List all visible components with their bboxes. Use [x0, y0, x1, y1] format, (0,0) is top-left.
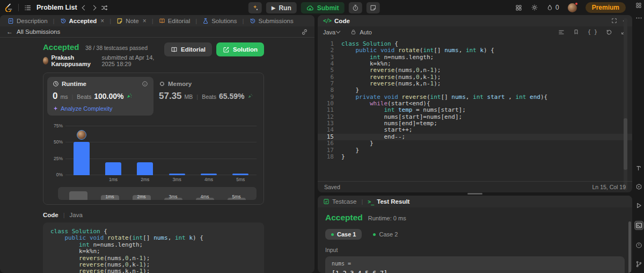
close-tab-icon[interactable]: × — [100, 17, 104, 25]
minimap-slot-1ms[interactable]: 1ms — [94, 187, 126, 200]
input-field-value: [1,2,3,4,5,6,7] — [332, 270, 618, 273]
testcase-panel: Testcase | >_ Test Result Accepted Runti… — [318, 196, 632, 273]
runtime-bar-3ms[interactable] — [169, 174, 185, 175]
tab-label: Editorial — [168, 18, 191, 24]
author-name[interactable]: Prakash Karuppusamy — [51, 54, 99, 67]
code-editor[interactable]: 1class Solution {2 public void rotate(in… — [318, 38, 632, 181]
apps-grid-icon[interactable] — [515, 4, 522, 11]
runtime-bar-0ms[interactable] — [74, 142, 90, 175]
minimap-slot-0ms[interactable] — [62, 187, 94, 200]
streak-counter[interactable]: 0 — [547, 4, 559, 11]
chart-slot-2ms[interactable] — [129, 123, 161, 175]
minimap-slot-3ms[interactable]: 3ms — [157, 187, 189, 200]
back-arrow-icon[interactable]: ← — [6, 28, 13, 35]
tab-solutions[interactable]: Solutions — [200, 18, 239, 24]
all-submissions-label[interactable]: All Submissions — [17, 28, 60, 35]
toolbox-icon[interactable] — [635, 164, 642, 171]
editor-line-7[interactable]: 7 reverse(nums,k,n-1); — [318, 81, 632, 87]
maximize-panel-icon[interactable] — [611, 18, 617, 24]
runtime-card[interactable]: Runtime 0 ms | Beats 100.00% — [47, 77, 153, 116]
issues-icon[interactable] — [635, 242, 642, 249]
minimap-label: 5ms — [232, 194, 240, 199]
memory-card[interactable]: Memory 57.35 MB | Beats 65.59% — [153, 77, 260, 116]
runtime-bar-4ms[interactable] — [201, 174, 217, 175]
editor-scrollbar[interactable] — [624, 18, 627, 190]
next-problem-icon[interactable] — [92, 6, 96, 10]
stats-chart-container: Runtime 0 ms | Beats 100.00% — [43, 73, 264, 205]
problem-list-icon[interactable] — [24, 4, 31, 11]
tab-submissions[interactable]: Submissions — [247, 18, 296, 24]
chart-minimap-brush[interactable]: 1ms2ms3ms4ms5ms — [58, 187, 257, 200]
editor-line-17[interactable]: 17 } — [318, 147, 632, 154]
case-tab-case-2[interactable]: Case 2 — [367, 229, 404, 240]
tab-separator: | — [195, 18, 197, 24]
chart-slot-4ms[interactable] — [193, 123, 224, 175]
autocomplete-label[interactable]: Auto — [360, 29, 372, 35]
line-number: 18 — [318, 154, 334, 160]
tab-test-result[interactable]: >_ Test Result — [368, 198, 409, 205]
terminal-panel-icon[interactable] — [634, 221, 643, 230]
close-tab-icon[interactable]: × — [143, 17, 147, 25]
user-avatar[interactable] — [568, 3, 577, 12]
line-number: 11 — [318, 107, 334, 113]
runtime-bar-1ms[interactable] — [105, 162, 121, 175]
all-submissions-bar[interactable]: ← All Submissions — [0, 26, 314, 38]
solution-button[interactable]: Solution — [216, 42, 264, 56]
case-tab-case-1[interactable]: Case 1 — [325, 229, 362, 240]
notes-button[interactable] — [366, 2, 379, 13]
input-box[interactable]: nums = [1,2,3,4,5,6,7] — [325, 256, 625, 273]
minimap-bar — [69, 191, 87, 200]
debugger-button[interactable] — [248, 2, 262, 13]
panel-resize-handle[interactable] — [467, 193, 482, 195]
chart-slot-5ms[interactable] — [225, 123, 257, 175]
case-dot — [331, 233, 334, 236]
line-number: 5 — [318, 67, 334, 74]
celebration-icon — [126, 92, 133, 99]
reset-code-icon[interactable] — [606, 29, 612, 35]
tab-accepted[interactable]: Accepted× — [58, 17, 107, 25]
git-branch-icon[interactable] — [635, 261, 642, 268]
tab-editorial[interactable]: Editorial — [157, 18, 193, 24]
analyze-label: Analyze Complexity — [61, 105, 113, 112]
braces-icon[interactable]: { } — [588, 29, 597, 35]
tab-testcase[interactable]: Testcase — [323, 198, 356, 205]
copy-link-icon[interactable] — [301, 28, 308, 35]
runtime-bar-2ms[interactable] — [137, 162, 153, 175]
more-options-icon[interactable] — [635, 15, 642, 21]
info-icon[interactable] — [142, 81, 148, 87]
memory-label: Memory — [168, 81, 192, 87]
premium-button[interactable]: Premium — [586, 2, 626, 13]
tab-description[interactable]: Description — [5, 18, 50, 24]
runtime-bar-5ms[interactable] — [232, 174, 248, 175]
analyze-complexity-link[interactable]: Analyze Complexity — [53, 105, 148, 112]
settings-gear-icon[interactable] — [531, 4, 538, 11]
editor-line-18[interactable]: 18} — [318, 154, 632, 160]
submit-button[interactable]: Submit — [301, 2, 345, 13]
testcase-tab-label: Testcase — [332, 198, 356, 205]
problem-list-label[interactable]: Problem List — [36, 4, 77, 11]
format-code-icon[interactable] — [558, 29, 565, 35]
memory-chip-icon — [159, 81, 165, 87]
timer-button[interactable] — [348, 2, 362, 13]
flame-icon — [547, 4, 553, 11]
minimap-slot-4ms[interactable]: 4ms — [189, 187, 221, 200]
leetcode-logo[interactable] — [4, 3, 13, 12]
testcase-scrollbar[interactable] — [628, 221, 631, 273]
language-selector[interactable]: Java — [323, 29, 340, 35]
editor-line-16[interactable]: 16 } — [318, 140, 632, 147]
chart-slot-3ms[interactable] — [161, 123, 193, 175]
user-runtime-marker[interactable] — [77, 130, 86, 140]
prev-problem-icon[interactable] — [83, 6, 86, 10]
minimap-slot-2ms[interactable]: 2ms — [126, 187, 157, 200]
shuffle-icon[interactable] — [101, 4, 108, 11]
debug-icon[interactable] — [635, 183, 642, 190]
bookmark-icon[interactable] — [573, 29, 579, 35]
layout-grid-icon[interactable] — [635, 2, 642, 9]
tab-separator: | — [109, 18, 111, 24]
editorial-button[interactable]: Editorial — [164, 42, 212, 56]
chart-slot-1ms[interactable] — [97, 123, 129, 175]
run-button[interactable]: ▶ Run — [266, 2, 297, 13]
run-code-icon[interactable] — [635, 202, 642, 209]
tab-note[interactable]: Note× — [114, 17, 148, 25]
minimap-slot-5ms[interactable]: 5ms — [221, 187, 252, 200]
